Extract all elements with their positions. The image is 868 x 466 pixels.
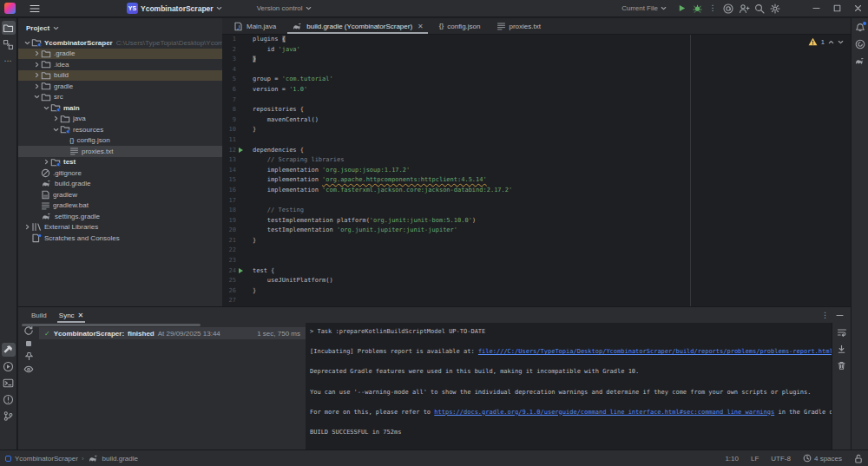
chevron-right-icon[interactable]: [33, 83, 41, 89]
close-icon[interactable]: ✕: [418, 23, 424, 30]
tree-item-main[interactable]: main: [18, 102, 222, 114]
run-gutter-icon[interactable]: [239, 148, 243, 153]
tree-item-external-libraries[interactable]: External Libraries: [18, 222, 222, 233]
inspections-widget[interactable]: 1: [808, 37, 844, 46]
chevron-right-icon[interactable]: [43, 159, 50, 165]
next-warning-icon[interactable]: [838, 39, 844, 45]
tree-item-build[interactable]: build: [18, 70, 222, 82]
git-branch-button[interactable]: [2, 409, 16, 423]
minimize-button[interactable]: [806, 0, 826, 17]
line-number: 27: [222, 296, 236, 306]
line-number: 18: [222, 206, 236, 216]
chevron-right-icon[interactable]: [23, 224, 31, 230]
tree-item-.idea[interactable]: .idea: [18, 59, 222, 70]
tree-item-config.json[interactable]: {}config.json: [18, 135, 222, 147]
sync-status-row[interactable]: ✓ YcombinatorScraper: finished At 29/09/…: [39, 327, 306, 339]
tree-item-build.gradle[interactable]: build.gradle: [18, 179, 222, 190]
user-plus-button[interactable]: [736, 1, 752, 16]
commit-button[interactable]: [2, 37, 16, 51]
tree-item-.gitignore[interactable]: .gitignore: [18, 167, 222, 179]
tree-item-label: gradle: [54, 82, 73, 90]
build-console[interactable]: > Task :prepareKotlinBuildScriptModel UP…: [306, 323, 832, 450]
gradle-tool-button[interactable]: [853, 54, 867, 68]
more-vert-icon[interactable]: ⋮: [821, 312, 829, 319]
tree-item-.gradle[interactable]: .gradle: [18, 49, 222, 60]
chevron-down-icon[interactable]: [43, 105, 50, 111]
breadcrumb[interactable]: YcombinatorScraper › build.gradle: [5, 454, 138, 463]
tree-item-gradlew.bat[interactable]: gradlew.bat: [18, 200, 222, 212]
stop-button[interactable]: [23, 338, 36, 349]
line-number: 13: [222, 155, 236, 166]
lock-open-icon[interactable]: [854, 454, 863, 463]
maximize-button[interactable]: [826, 0, 847, 17]
more-horiz-button[interactable]: ⋯: [2, 54, 16, 68]
code-area[interactable]: 1plugins {2 id 'java'3}45group = 'com.tu…: [222, 35, 851, 306]
editor-tab[interactable]: {}config.json: [431, 18, 489, 34]
tree-item-gradlew[interactable]: gradlew: [18, 189, 222, 200]
tree-item-proxies.txt[interactable]: proxies.txt: [18, 146, 222, 157]
line-number: 4: [222, 65, 236, 75]
editor-tab[interactable]: Main.java: [226, 18, 284, 34]
cursor-position-widget[interactable]: 1:10: [725, 455, 739, 463]
chevron-right-icon[interactable]: [52, 115, 60, 121]
tree-item-test[interactable]: test: [18, 157, 222, 168]
close-button[interactable]: [847, 0, 868, 17]
tab-build[interactable]: Build: [25, 307, 53, 323]
eye-button[interactable]: [23, 364, 36, 375]
notifications-button[interactable]: [853, 21, 867, 35]
chevron-right-icon[interactable]: [33, 62, 41, 68]
tree-item-gradle[interactable]: gradle: [18, 81, 222, 92]
run-configuration-selector[interactable]: Current File: [621, 4, 667, 12]
scroll-to-end-button[interactable]: [835, 342, 849, 356]
clear-button[interactable]: [835, 358, 849, 372]
console-link[interactable]: https://docs.gradle.org/9.1.0/userguide/…: [434, 409, 774, 416]
prev-warning-icon[interactable]: [828, 39, 834, 45]
ai-chat-button[interactable]: [853, 37, 867, 51]
search-button[interactable]: [752, 1, 767, 16]
tree-item-ycombinatorscraper[interactable]: YcombinatorScraperC:\Users\TypeTopia\Des…: [18, 37, 222, 49]
tree-item-settings.gradle[interactable]: settings.gradle: [18, 211, 222, 222]
tree-item-java[interactable]: java: [18, 114, 222, 125]
tree-item-label: test: [63, 158, 76, 166]
tree-item-label: proxies.txt: [82, 148, 113, 155]
chevron-down-icon: [306, 5, 312, 11]
line-separator-widget[interactable]: LF: [751, 455, 759, 463]
run-gutter-icon[interactable]: [239, 268, 243, 273]
pin-button[interactable]: [23, 351, 36, 362]
tree-item-label: gradlew: [53, 191, 77, 199]
problems-button[interactable]: [2, 392, 16, 406]
build-hammer-button[interactable]: [2, 343, 16, 357]
hide-panel-icon[interactable]: [836, 312, 844, 319]
project-folder-button[interactable]: [2, 21, 16, 35]
vcs-widget[interactable]: Version control: [252, 0, 317, 17]
line-number: 25: [222, 276, 236, 286]
project-widget[interactable]: YS YcombinatorScraper: [122, 0, 227, 17]
debug-button[interactable]: [689, 1, 705, 16]
chevron-down-icon[interactable]: [23, 40, 31, 46]
code-line: 24test {: [222, 266, 851, 277]
tree-item-src[interactable]: src: [18, 92, 222, 103]
chevron-right-icon[interactable]: [33, 50, 41, 56]
chevron-down-icon[interactable]: [52, 127, 60, 133]
close-icon[interactable]: ✕: [78, 312, 84, 319]
console-link[interactable]: file:///C:/Users/TypeTopia/Desktop/Ycomb…: [478, 348, 832, 355]
horizontal-scrollbar[interactable]: [22, 324, 201, 326]
main-menu-button[interactable]: [24, 0, 45, 17]
ai-assistant-button[interactable]: [720, 1, 736, 16]
chevron-right-icon[interactable]: [33, 72, 41, 78]
soft-wrap-button[interactable]: [835, 325, 849, 339]
editor-tab[interactable]: build.gradle (YcombinatorScraper)✕: [284, 18, 431, 34]
play-button[interactable]: [674, 1, 689, 16]
encoding-widget[interactable]: UTF-8: [771, 455, 791, 463]
indent-widget[interactable]: 4 spaces: [803, 454, 842, 463]
terminal-button[interactable]: [2, 376, 16, 390]
tab-sync[interactable]: Sync ✕: [53, 307, 90, 323]
tree-item-resources[interactable]: resources: [18, 124, 222, 135]
chevron-down-icon[interactable]: [33, 94, 41, 100]
settings-button[interactable]: [767, 1, 783, 16]
run-window-button[interactable]: [2, 359, 16, 373]
tree-item-scratches-and-consoles[interactable]: Scratches and Consoles: [18, 233, 222, 244]
more-vert-button[interactable]: ⋮: [705, 1, 720, 16]
project-panel-header[interactable]: Project: [18, 18, 222, 37]
editor-tab[interactable]: proxies.txt: [489, 18, 549, 34]
